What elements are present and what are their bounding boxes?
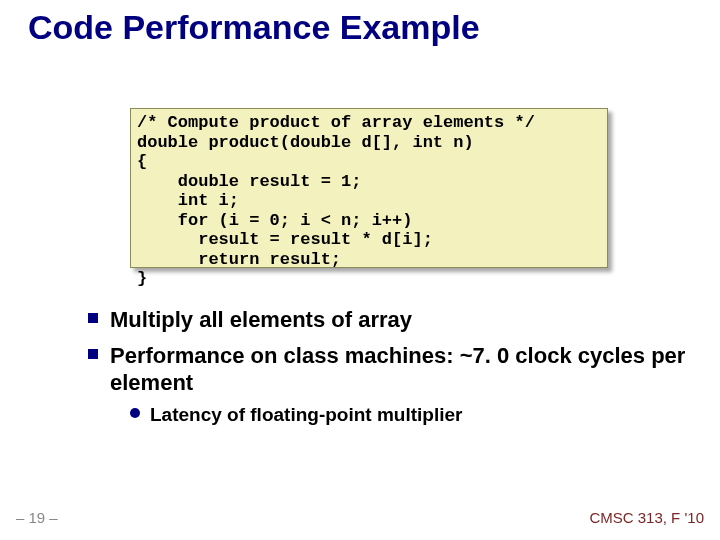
page-number: – 19 – (16, 509, 58, 526)
bullet-item: Performance on class machines: ~7. 0 clo… (88, 342, 690, 397)
slide-title: Code Performance Example (28, 8, 480, 47)
bullet-item: Multiply all elements of array (88, 306, 690, 334)
code-snippet: /* Compute product of array elements */ … (130, 108, 608, 268)
slide: Code Performance Example /* Compute prod… (0, 0, 720, 540)
sub-bullet-item: Latency of floating-point multiplier (130, 403, 690, 427)
course-footer: CMSC 313, F '10 (589, 509, 704, 526)
bullet-list: Multiply all elements of array Performan… (88, 298, 690, 426)
